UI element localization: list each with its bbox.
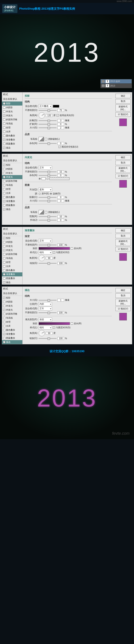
gradient-picker[interactable]: [39, 247, 70, 250]
style-bevel[interactable]: 斜面和浮雕: [2, 252, 22, 256]
cancel-button[interactable]: 取消: [116, 234, 131, 238]
new-style-button[interactable]: 新建样式(W)...: [116, 166, 131, 173]
scale-input[interactable]: 100: [57, 262, 64, 265]
scale-slider[interactable]: [39, 338, 56, 339]
preview-checkbox[interactable]: ☑ 预览(V): [116, 247, 131, 251]
style-satin[interactable]: 光泽: [2, 130, 22, 134]
blend-mode-select[interactable]: 正片叠底: [39, 104, 52, 108]
distance-slider[interactable]: [39, 120, 56, 121]
source-edge-radio[interactable]: [50, 193, 52, 195]
opacity-input[interactable]: 100: [57, 311, 64, 314]
style-texture[interactable]: 纹理: [2, 126, 22, 130]
style-contour[interactable]: 等高线: [2, 316, 22, 320]
style-satin[interactable]: 光泽: [2, 191, 22, 195]
scale-slider[interactable]: [39, 263, 56, 264]
technique-select[interactable]: 柔和: [39, 188, 52, 192]
size-input[interactable]: 2: [57, 126, 64, 129]
size-input[interactable]: 3: [57, 200, 64, 202]
blend-options[interactable]: 混合选项:默认: [2, 232, 22, 236]
layer-row[interactable]: T 2013 副本: [101, 80, 132, 84]
noise-slider[interactable]: [39, 175, 56, 176]
gradient-style-select[interactable]: 线性: [39, 250, 52, 254]
style-texture[interactable]: 纹理: [2, 187, 22, 191]
angle-input[interactable]: 120: [46, 114, 52, 117]
size-input[interactable]: 1: [57, 299, 64, 302]
size-slider[interactable]: [39, 300, 56, 300]
style-gradient-overlay[interactable]: 渐变叠加: [2, 332, 22, 336]
style-inner-shadow[interactable]: 内阴影: [2, 240, 22, 244]
knockout-checkbox[interactable]: [58, 146, 61, 148]
fill-type-select[interactable]: 渐变: [39, 318, 52, 322]
new-style-button[interactable]: 新建样式(W)...: [116, 239, 131, 246]
ok-button[interactable]: 确定: [116, 155, 131, 160]
range-input[interactable]: 10: [57, 215, 64, 218]
size-slider[interactable]: [39, 200, 56, 201]
noise-input[interactable]: 0: [57, 174, 64, 177]
jitter-input[interactable]: 0: [57, 219, 64, 222]
style-outer-glow[interactable]: 外发光: [2, 110, 22, 114]
style-color-overlay[interactable]: 颜色叠加: [2, 195, 22, 199]
cancel-button[interactable]: 取消: [116, 294, 131, 298]
style-texture[interactable]: 纹理: [2, 320, 22, 324]
style-color-overlay[interactable]: 颜色叠加: [2, 134, 22, 138]
position-select[interactable]: 内部: [39, 302, 52, 306]
range-slider[interactable]: [39, 216, 56, 217]
global-light-checkbox[interactable]: [56, 114, 59, 116]
style-stroke[interactable]: 描边: [2, 146, 22, 150]
spread-input[interactable]: 0: [57, 123, 64, 126]
style-bevel[interactable]: 斜面和浮雕: [2, 312, 22, 316]
preview-checkbox[interactable]: ☑ 预览(V): [116, 306, 131, 311]
style-drop-shadow[interactable]: 投影: [2, 163, 22, 167]
blend-mode-select[interactable]: 正常: [39, 239, 52, 243]
noise-slider[interactable]: [39, 143, 56, 144]
preview-checkbox[interactable]: ☑ 预览(V): [116, 174, 131, 178]
opacity-slider[interactable]: [39, 110, 56, 111]
layer-row[interactable]: T 2013: [101, 84, 132, 88]
style-stroke[interactable]: 描边: [2, 207, 22, 211]
noise-input[interactable]: 0: [57, 142, 64, 145]
style-pattern-overlay[interactable]: 图案叠加: [2, 203, 22, 207]
reverse-checkbox[interactable]: [71, 322, 73, 325]
new-style-button[interactable]: 新建样式(W)...: [116, 104, 131, 111]
opacity-slider[interactable]: [39, 245, 56, 245]
style-bevel[interactable]: 斜面和浮雕: [2, 179, 22, 183]
style-outer-glow[interactable]: 外发光: [2, 171, 22, 175]
reverse-checkbox[interactable]: [71, 247, 73, 250]
glow-color-swatch[interactable]: [41, 177, 46, 180]
align-checkbox[interactable]: [53, 251, 55, 254]
antialias-checkbox[interactable]: [45, 138, 47, 140]
style-gradient-overlay[interactable]: 渐变叠加: [2, 272, 22, 276]
cancel-button[interactable]: 取消: [116, 99, 131, 104]
style-gradient-overlay[interactable]: 渐变叠加: [2, 138, 22, 142]
style-inner-shadow[interactable]: 内阴影: [2, 106, 22, 110]
antialias-checkbox[interactable]: [45, 211, 47, 213]
choke-slider[interactable]: [39, 197, 56, 198]
ok-button[interactable]: 确定: [116, 228, 131, 233]
style-color-overlay[interactable]: 颜色叠加: [2, 328, 22, 332]
visibility-icon[interactable]: [102, 84, 105, 87]
style-contour[interactable]: 等高线: [2, 122, 22, 126]
layers-panel[interactable]: T 2013 副本 T 2013: [101, 79, 132, 88]
opacity-input[interactable]: 100: [57, 244, 64, 246]
style-drop-shadow[interactable]: 投影: [2, 102, 22, 106]
style-gradient-overlay[interactable]: 渐变叠加: [2, 199, 22, 203]
color-swatch[interactable]: [53, 105, 59, 108]
blend-mode-select[interactable]: 正常: [39, 166, 52, 170]
style-bevel[interactable]: 斜面和浮雕: [2, 118, 22, 122]
gradient-picker[interactable]: [39, 322, 70, 325]
angle-input[interactable]: 90: [46, 257, 52, 260]
style-outer-glow[interactable]: 外发光: [2, 244, 22, 248]
blend-options[interactable]: 混合选项:默认: [2, 158, 22, 163]
ok-button[interactable]: 确定: [116, 288, 131, 292]
ok-button[interactable]: 确定: [116, 94, 131, 98]
cancel-button[interactable]: 取消: [116, 160, 131, 165]
style-inner-glow[interactable]: 内发光: [2, 175, 22, 179]
color-radio[interactable]: [39, 178, 41, 180]
glow-gradient[interactable]: [49, 177, 69, 180]
style-drop-shadow[interactable]: 投影: [2, 236, 22, 240]
blend-mode-select[interactable]: 正常: [39, 306, 52, 310]
style-drop-shadow[interactable]: 投影: [2, 296, 22, 300]
visibility-icon[interactable]: [102, 80, 105, 83]
style-satin[interactable]: 光泽: [2, 324, 22, 328]
angle-dial[interactable]: [39, 330, 45, 336]
